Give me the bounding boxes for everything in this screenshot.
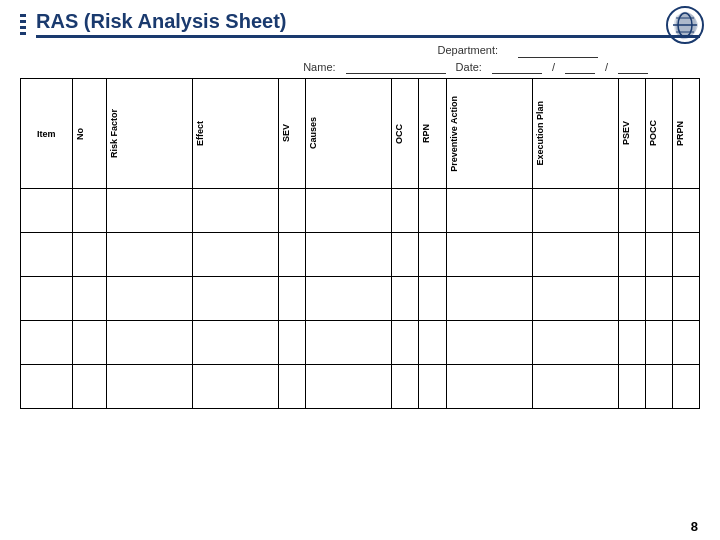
cell-item (21, 277, 73, 321)
col-header-psev: PSEV (618, 79, 645, 189)
title-line-4 (20, 32, 26, 35)
cell-preventive_action (446, 233, 532, 277)
title-line-3 (20, 26, 26, 29)
cell-sev (279, 365, 306, 409)
cell-pocc (645, 365, 672, 409)
cell-preventive_action (446, 321, 532, 365)
department-row: Department: (20, 44, 648, 58)
col-header-pocc: POCC (645, 79, 672, 189)
cell-prpn (672, 277, 699, 321)
name-label: Name: (303, 61, 335, 73)
logo-icon (666, 6, 704, 44)
name-value (346, 60, 446, 74)
cell-causes (306, 189, 392, 233)
cell-item (21, 189, 73, 233)
cell-item (21, 365, 73, 409)
cell-sev (279, 233, 306, 277)
cell-prpn (672, 233, 699, 277)
cell-causes (306, 365, 392, 409)
title-line-1 (20, 14, 26, 17)
date-value (492, 60, 542, 74)
date-part3 (618, 60, 648, 74)
department-value (518, 44, 598, 58)
date-part2 (565, 60, 595, 74)
cell-pocc (645, 321, 672, 365)
cell-rpn (419, 189, 446, 233)
slash1: / (552, 61, 555, 73)
cell-occ (392, 321, 419, 365)
col-header-preventive-action: Preventive Action (446, 79, 532, 189)
cell-risk_factor (107, 321, 193, 365)
col-header-no: No (72, 79, 106, 189)
title-decoration (20, 14, 26, 35)
col-header-risk-factor: Risk Factor (107, 79, 193, 189)
table-row (21, 277, 700, 321)
col-header-prpn: PRPN (672, 79, 699, 189)
cell-psev (618, 365, 645, 409)
cell-causes (306, 233, 392, 277)
cell-execution_plan (532, 321, 618, 365)
cell-sev (279, 321, 306, 365)
cell-effect (193, 189, 279, 233)
cell-pocc (645, 277, 672, 321)
col-header-causes: Causes (306, 79, 392, 189)
cell-risk_factor (107, 365, 193, 409)
cell-psev (618, 189, 645, 233)
cell-effect (193, 365, 279, 409)
col-header-rpn: RPN (419, 79, 446, 189)
col-header-execution-plan: Execution Plan (532, 79, 618, 189)
title-line-2 (20, 20, 26, 23)
cell-preventive_action (446, 365, 532, 409)
cell-rpn (419, 321, 446, 365)
page-number: 8 (691, 519, 698, 534)
page: RAS (Risk Analysis Sheet) Department: Na… (0, 0, 720, 540)
cell-no (72, 189, 106, 233)
cell-risk_factor (107, 277, 193, 321)
cell-sev (279, 277, 306, 321)
col-header-sev: SEV (279, 79, 306, 189)
cell-prpn (672, 189, 699, 233)
cell-item (21, 233, 73, 277)
cell-no (72, 365, 106, 409)
cell-prpn (672, 365, 699, 409)
cell-pocc (645, 233, 672, 277)
main-table-container: Item No Risk Factor Effect SEV (20, 78, 700, 409)
cell-item (21, 321, 73, 365)
cell-risk_factor (107, 233, 193, 277)
table-row (21, 321, 700, 365)
cell-effect (193, 233, 279, 277)
department-label: Department: (437, 44, 498, 58)
header-row: Item No Risk Factor Effect SEV (21, 79, 700, 189)
cell-rpn (419, 277, 446, 321)
col-header-item: Item (21, 79, 73, 189)
table-row (21, 189, 700, 233)
cell-occ (392, 365, 419, 409)
cell-occ (392, 233, 419, 277)
date-label: Date: (456, 61, 482, 73)
col-header-occ: OCC (392, 79, 419, 189)
cell-psev (618, 277, 645, 321)
cell-preventive_action (446, 189, 532, 233)
cell-execution_plan (532, 277, 618, 321)
cell-sev (279, 189, 306, 233)
cell-rpn (419, 365, 446, 409)
cell-no (72, 277, 106, 321)
cell-prpn (672, 321, 699, 365)
table-row (21, 233, 700, 277)
ras-table: Item No Risk Factor Effect SEV (20, 78, 700, 409)
cell-occ (392, 277, 419, 321)
cell-execution_plan (532, 233, 618, 277)
cell-preventive_action (446, 277, 532, 321)
page-title: RAS (Risk Analysis Sheet) (36, 10, 700, 38)
cell-causes (306, 277, 392, 321)
title-area: RAS (Risk Analysis Sheet) (20, 10, 700, 38)
slash2: / (605, 61, 608, 73)
cell-occ (392, 189, 419, 233)
col-header-effect: Effect (193, 79, 279, 189)
cell-effect (193, 321, 279, 365)
cell-no (72, 321, 106, 365)
cell-rpn (419, 233, 446, 277)
cell-no (72, 233, 106, 277)
cell-execution_plan (532, 365, 618, 409)
cell-psev (618, 233, 645, 277)
